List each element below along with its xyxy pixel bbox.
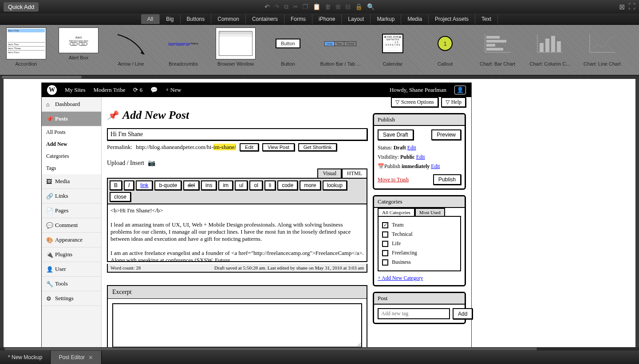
duplicate-icon[interactable]: ❐ bbox=[303, 3, 308, 11]
cat-containers[interactable]: Containers bbox=[246, 14, 284, 24]
ed-ol[interactable]: ol bbox=[249, 180, 262, 190]
sidebar-item-settings[interactable]: ⚙Settings bbox=[42, 291, 101, 306]
tab-visual[interactable]: Visual bbox=[317, 168, 342, 178]
delete-icon[interactable]: 🗑 bbox=[325, 3, 331, 11]
asset-column-chart[interactable]: Chart: Column C... bbox=[524, 27, 576, 75]
sidebar-sub-categories[interactable]: Categories bbox=[42, 150, 101, 162]
asset-line-chart[interactable]: Chart: Line Chart bbox=[576, 27, 628, 75]
quick-add-button[interactable]: Quick Add bbox=[4, 2, 39, 12]
permalink-edit-button[interactable]: Edit bbox=[240, 143, 259, 151]
tab-all-categories[interactable]: All Categories bbox=[378, 208, 415, 216]
publish-edit-link[interactable]: Edit bbox=[431, 163, 440, 169]
cat-media[interactable]: Media bbox=[401, 14, 429, 24]
doc-tab-new-mockup[interactable]: * New Mockup bbox=[0, 351, 51, 364]
ed-ul[interactable]: ul bbox=[235, 180, 248, 190]
visibility-edit-link[interactable]: Edit bbox=[416, 154, 425, 160]
wp-new[interactable]: + New bbox=[166, 86, 181, 94]
group-icon[interactable]: ⊞ bbox=[335, 3, 341, 11]
wp-logo-icon[interactable]: W bbox=[47, 85, 57, 95]
checkbox-icon[interactable] bbox=[382, 241, 388, 247]
status-edit-link[interactable]: Edit bbox=[407, 145, 416, 151]
help-button[interactable]: ▽Help bbox=[441, 97, 466, 107]
sidebar-item-links[interactable]: 🔗Links bbox=[42, 189, 101, 204]
sidebar-item-comment[interactable]: 💬Comment bbox=[42, 218, 101, 233]
ed-more[interactable]: more bbox=[300, 180, 320, 190]
sidebar-sub-tags[interactable]: Tags bbox=[42, 162, 101, 174]
cat-forms[interactable]: Forms bbox=[284, 14, 312, 24]
lock-icon[interactable]: 🔒 bbox=[355, 3, 363, 11]
category-item-freelancing[interactable]: Freelancing bbox=[382, 248, 457, 258]
cat-big[interactable]: Big bbox=[160, 14, 180, 24]
wp-updates[interactable]: ⟳ 6 bbox=[133, 86, 142, 94]
asset-scrollbar[interactable] bbox=[0, 75, 639, 79]
sidebar-item-posts[interactable]: 📌Posts bbox=[42, 112, 101, 126]
get-shortlink-button[interactable]: Get Shortlink bbox=[298, 143, 337, 151]
add-new-category-link[interactable]: + Add New Category bbox=[378, 275, 461, 282]
move-to-trash-link[interactable]: Move to Trash bbox=[378, 176, 409, 183]
asset-callout[interactable]: 1Callout bbox=[419, 27, 471, 75]
cat-common[interactable]: Common bbox=[211, 14, 246, 24]
ed-bquote[interactable]: b-quote bbox=[154, 180, 181, 190]
category-item-technical[interactable]: Technical bbox=[382, 230, 457, 239]
excerpt-textarea[interactable] bbox=[112, 303, 362, 347]
cat-all[interactable]: All bbox=[141, 14, 160, 24]
category-item-team[interactable]: ✓Team bbox=[382, 220, 457, 230]
wp-comments-icon[interactable]: 💬 bbox=[150, 86, 158, 94]
canvas[interactable]: W My Sites Modern Tribe ⟳ 6 💬 + New Howd… bbox=[4, 79, 635, 347]
doc-tab-post-editor[interactable]: Post Editor✕ bbox=[51, 351, 102, 364]
screen-options-button[interactable]: ▽Screen Options bbox=[391, 97, 438, 107]
wp-avatar-icon[interactable]: 👤 bbox=[454, 86, 466, 94]
cut-icon[interactable]: ✂ bbox=[293, 3, 298, 11]
ed-link[interactable]: link bbox=[136, 180, 153, 190]
view-post-button[interactable]: View Post bbox=[262, 143, 295, 151]
wp-site-name[interactable]: Modern Tribe bbox=[94, 86, 126, 94]
checkbox-icon[interactable] bbox=[382, 231, 388, 238]
asset-bar-chart[interactable]: Chart: Bar Chart bbox=[471, 27, 524, 75]
asset-accordion[interactable]: Item OneItem TwoItem ThreeItem FourAccor… bbox=[0, 27, 52, 75]
sidebar-item-appearance[interactable]: 🎨Appearance bbox=[42, 233, 101, 247]
asset-breadcrumbs[interactable]: Home ▸ Products ▸ Xyz ▸ FeatureBreadcrum… bbox=[157, 27, 209, 75]
ed-code[interactable]: code bbox=[277, 180, 298, 190]
paste-icon[interactable]: 📋 bbox=[313, 3, 320, 11]
ed-lookup[interactable]: lookup bbox=[323, 180, 347, 190]
wp-howdy[interactable]: Howdy, Shane Pearlman bbox=[390, 86, 446, 94]
asset-button-bar[interactable]: OneTwoThreeButton Bar / Tab ... bbox=[314, 27, 367, 75]
wp-mysites[interactable]: My Sites bbox=[65, 86, 86, 94]
search-icon[interactable]: 🔍 bbox=[367, 3, 375, 11]
fullscreen-icon[interactable]: ⛶ bbox=[628, 3, 635, 11]
media-upload-icon[interactable]: 📷 bbox=[148, 159, 155, 167]
tab-html[interactable]: HTML bbox=[342, 168, 367, 178]
ed-close[interactable]: close bbox=[110, 192, 131, 202]
close-panel-icon[interactable]: ⊠ bbox=[619, 3, 625, 11]
ed-li[interactable]: li bbox=[264, 180, 276, 190]
sidebar-item-user[interactable]: 👤User bbox=[42, 262, 101, 277]
cat-buttons[interactable]: Buttons bbox=[181, 14, 212, 24]
close-icon[interactable]: ✕ bbox=[88, 354, 93, 361]
sidebar-sub-all-posts[interactable]: All Posts bbox=[42, 126, 101, 138]
cat-project-assets[interactable]: Project Assets bbox=[429, 14, 475, 24]
add-tag-input[interactable] bbox=[378, 308, 450, 319]
ed-bold[interactable]: B bbox=[110, 180, 122, 190]
ungroup-icon[interactable]: ⊟ bbox=[345, 3, 351, 11]
ed-img[interactable]: im bbox=[218, 180, 233, 190]
add-tag-button[interactable]: Add bbox=[453, 308, 473, 319]
checkbox-checked-icon[interactable]: ✓ bbox=[382, 222, 388, 228]
asset-button[interactable]: ButtonButton bbox=[262, 27, 314, 75]
ed-del[interactable]: del bbox=[183, 180, 199, 190]
undo-icon[interactable]: ↶ bbox=[264, 3, 270, 11]
checkbox-icon[interactable] bbox=[382, 259, 388, 266]
sidebar-item-plugins[interactable]: 🔌Plugins bbox=[42, 247, 101, 262]
category-item-business[interactable]: Business bbox=[382, 258, 457, 267]
sidebar-sub-add-new[interactable]: Add New bbox=[42, 138, 101, 150]
tab-most-used[interactable]: Most Used bbox=[415, 208, 445, 216]
cat-text[interactable]: Text bbox=[475, 14, 498, 24]
redo-icon[interactable]: ↷ bbox=[274, 3, 280, 11]
checkbox-icon[interactable] bbox=[382, 250, 388, 256]
preview-button[interactable]: Preview bbox=[431, 129, 461, 140]
cat-iphone[interactable]: iPhone bbox=[312, 14, 342, 24]
ed-ins[interactable]: ins bbox=[201, 180, 217, 190]
asset-browser-window[interactable]: ◦◦◦Browser Window bbox=[209, 27, 262, 75]
copy-icon[interactable]: ⧉ bbox=[284, 3, 288, 11]
canvas-scrollbar[interactable] bbox=[0, 347, 639, 351]
cat-layout[interactable]: Layout bbox=[342, 14, 371, 24]
